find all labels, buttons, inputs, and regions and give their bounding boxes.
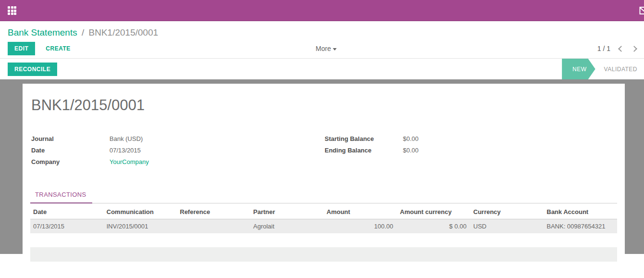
col-header-bank-account[interactable]: Bank Account [544, 204, 617, 219]
field-group-right: Starting Balance $0.00 Ending Balance $0… [324, 135, 617, 170]
cell-amount: 100.00 [324, 219, 397, 234]
field-value-ending-balance: $0.00 [403, 147, 419, 154]
status-state-validated[interactable]: VALIDATED [594, 59, 644, 79]
more-dropdown-button[interactable]: More [316, 45, 337, 52]
cell-date: 07/13/2015 [30, 219, 104, 234]
field-groups: Journal Bank (USD) Date 07/13/2015 Compa… [30, 135, 617, 170]
navigation-area: Bank Statements / BNK1/2015/0001 EDIT CR… [0, 21, 644, 59]
field-label: Date [30, 147, 109, 154]
content-background: BNK1/2015/0001 Journal Bank (USD) Date 0… [0, 79, 644, 254]
field-value-starting-balance: $0.00 [403, 135, 419, 142]
cell-communication: INV/2015/0001 [104, 219, 177, 234]
empty-footer-band [30, 247, 617, 262]
notebook-tabs: TRANSACTIONS [30, 190, 617, 203]
field-group-left: Journal Bank (USD) Date 07/13/2015 Compa… [30, 135, 324, 170]
top-bar [0, 0, 644, 21]
cell-bank-account: BANK: 00987654321 [544, 219, 617, 234]
reconcile-button[interactable]: RECONCILE [8, 63, 57, 76]
pager-previous-icon[interactable] [618, 46, 624, 52]
control-row: EDIT CREATE More 1 / 1 [0, 39, 644, 59]
breadcrumb-parent-link[interactable]: Bank Statements [8, 27, 77, 38]
apps-grid-icon [8, 6, 16, 15]
record-sheet: BNK1/2015/0001 Journal Bank (USD) Date 0… [23, 84, 625, 254]
pager: 1 / 1 [597, 45, 636, 52]
more-dropdown-wrap: More [55, 44, 597, 53]
apps-menu-button[interactable] [8, 6, 16, 15]
col-header-reference[interactable]: Reference [177, 204, 251, 219]
breadcrumb-separator: / [80, 27, 86, 38]
cell-currency: USD [471, 219, 544, 234]
field-starting-balance: Starting Balance $0.00 [324, 135, 617, 142]
col-header-partner[interactable]: Partner [250, 204, 324, 219]
field-value-date: 07/13/2015 [109, 147, 141, 154]
app-window: Bank Statements / BNK1/2015/0001 EDIT CR… [0, 0, 644, 278]
transactions-table: Date Communication Reference Partner Amo… [30, 204, 617, 233]
cell-partner: Agrolait [250, 219, 324, 234]
breadcrumb: Bank Statements / BNK1/2015/0001 [0, 21, 644, 39]
table-header-row: Date Communication Reference Partner Amo… [30, 204, 617, 219]
field-value-journal: Bank (USD) [109, 135, 143, 142]
record-title: BNK1/2015/0001 [30, 84, 617, 114]
tab-transactions[interactable]: TRANSACTIONS [30, 191, 92, 203]
field-date: Date 07/13/2015 [30, 147, 324, 154]
chevron-down-icon [333, 48, 337, 51]
col-header-amount[interactable]: Amount [324, 204, 397, 219]
col-header-currency[interactable]: Currency [471, 204, 544, 219]
status-state-new[interactable]: NEW [562, 59, 595, 79]
field-ending-balance: Ending Balance $0.00 [324, 147, 617, 154]
envelope-icon[interactable] [639, 6, 644, 15]
field-company: Company YourCompany [30, 158, 324, 165]
cell-reference [177, 219, 251, 234]
col-header-amount-currency[interactable]: Amount currency [397, 204, 471, 219]
pager-count: 1 / 1 [597, 45, 610, 52]
col-header-communication[interactable]: Communication [104, 204, 177, 219]
field-label: Ending Balance [324, 147, 403, 154]
field-label: Starting Balance [324, 135, 403, 142]
status-pipeline: NEW VALIDATED [562, 59, 644, 79]
pager-next-icon[interactable] [631, 46, 637, 52]
status-bar: RECONCILE NEW VALIDATED [0, 59, 644, 79]
table-row[interactable]: 07/13/2015 INV/2015/0001 Agrolait 100.00… [30, 219, 617, 234]
edit-button[interactable]: EDIT [8, 42, 35, 55]
col-header-date[interactable]: Date [30, 204, 104, 219]
field-journal: Journal Bank (USD) [30, 135, 324, 142]
field-label: Company [30, 158, 109, 165]
cell-amount-currency: $ 0.00 [397, 219, 471, 234]
field-label: Journal [30, 135, 109, 142]
breadcrumb-current: BNK1/2015/0001 [89, 27, 158, 38]
field-value-company-link[interactable]: YourCompany [109, 158, 149, 165]
